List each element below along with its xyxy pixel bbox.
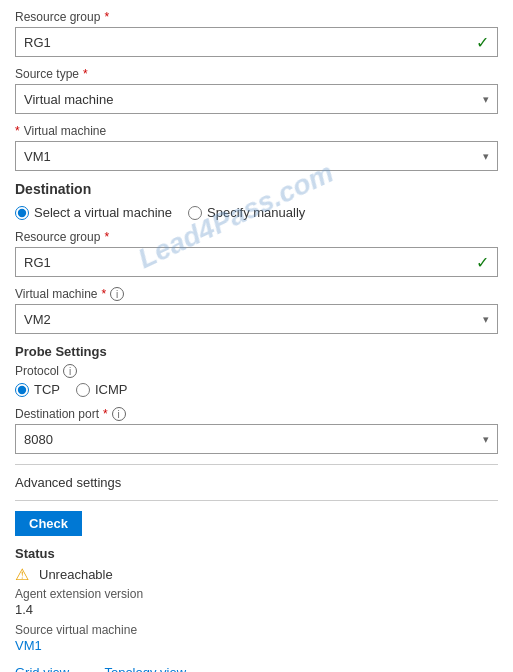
source-vm-label: Source virtual machine [15, 623, 498, 637]
status-section: Status ⚠ Unreachable Agent extension ver… [15, 546, 498, 653]
dest-resource-group-dropdown[interactable]: RG1 ✓ [15, 247, 498, 277]
source-vm-label: * Virtual machine [15, 124, 498, 138]
radio-select-vm[interactable]: Select a virtual machine [15, 205, 172, 220]
advanced-settings-label[interactable]: Advanced settings [15, 475, 498, 490]
protocol-label: Protocol i [15, 364, 498, 378]
warning-icon: ⚠ [15, 565, 33, 583]
destination-section: Destination Select a virtual machine Spe… [15, 181, 498, 220]
source-vm-section: * Virtual machine VM1 ▾ [15, 124, 498, 171]
dest-port-label: Destination port * i [15, 407, 498, 421]
unreachable-row: ⚠ Unreachable [15, 565, 498, 583]
source-vm-dropdown[interactable]: VM1 ▾ [15, 141, 498, 171]
chevron-down-icon-dest: ▾ [483, 313, 489, 326]
protocol-info-icon[interactable]: i [63, 364, 77, 378]
agent-ext-label: Agent extension version [15, 587, 498, 601]
checkmark-icon: ✓ [476, 33, 489, 52]
resource-group-section: Resource group * RG1 ✓ [15, 10, 498, 57]
radio-icmp[interactable]: ICMP [76, 382, 128, 397]
chevron-down-icon-port: ▾ [483, 433, 489, 446]
dest-vm-dropdown[interactable]: VM2 ▾ [15, 304, 498, 334]
divider-2 [15, 500, 498, 501]
divider-1 [15, 464, 498, 465]
view-tabs: Grid view Topology view [15, 661, 498, 672]
dest-port-dropdown[interactable]: 8080 ▾ [15, 424, 498, 454]
dest-vm-info-icon[interactable]: i [110, 287, 124, 301]
resource-group-input[interactable]: RG1 ✓ [15, 27, 498, 57]
protocol-radio-group: TCP ICMP [15, 382, 498, 397]
dest-vm-label: Virtual machine * i [15, 287, 498, 301]
source-type-label: Source type * [15, 67, 498, 81]
radio-specify-manually[interactable]: Specify manually [188, 205, 305, 220]
check-button[interactable]: Check [15, 511, 82, 536]
resource-group-label: Resource group * [15, 10, 498, 24]
dest-port-info-icon[interactable]: i [112, 407, 126, 421]
status-label: Status [15, 546, 498, 561]
source-type-section: Source type * Virtual machine ▾ [15, 67, 498, 114]
probe-settings-section: Probe Settings Protocol i TCP ICMP Desti… [15, 344, 498, 454]
dest-vm-section: Virtual machine * i VM2 ▾ [15, 287, 498, 334]
destination-title: Destination [15, 181, 498, 197]
unreachable-text: Unreachable [39, 567, 113, 582]
probe-settings-title: Probe Settings [15, 344, 498, 359]
chevron-down-icon: ▾ [483, 93, 489, 106]
radio-tcp[interactable]: TCP [15, 382, 60, 397]
dest-resource-group-label: Resource group * [15, 230, 498, 244]
destination-radio-group: Select a virtual machine Specify manuall… [15, 205, 498, 220]
agent-ext-value: 1.4 [15, 602, 498, 617]
topology-view-tab[interactable]: Topology view [104, 661, 198, 672]
source-vm-link[interactable]: VM1 [15, 638, 498, 653]
source-type-dropdown[interactable]: Virtual machine ▾ [15, 84, 498, 114]
dest-resource-group-section: Resource group * RG1 ✓ [15, 230, 498, 277]
chevron-down-icon-source: ▾ [483, 150, 489, 163]
grid-view-tab[interactable]: Grid view [15, 661, 81, 672]
tab-separator [81, 661, 104, 672]
dest-checkmark-icon: ✓ [476, 253, 489, 272]
